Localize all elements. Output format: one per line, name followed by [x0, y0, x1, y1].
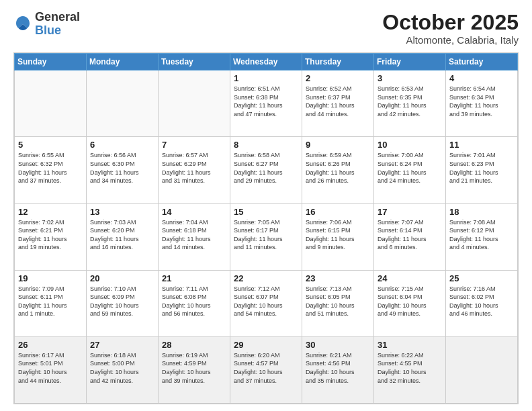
page: General Blue October 2025 Altomonte, Cal…	[0, 0, 532, 411]
col-monday: Monday	[87, 54, 159, 71]
day-info: Sunrise: 7:04 AM Sunset: 6:18 PM Dayligh…	[162, 218, 226, 252]
calendar-cell	[159, 71, 230, 137]
calendar-cell: 27Sunrise: 6:18 AM Sunset: 5:00 PM Dayli…	[87, 336, 159, 403]
calendar-cell: 14Sunrise: 7:04 AM Sunset: 6:18 PM Dayli…	[159, 203, 230, 270]
calendar-cell: 18Sunrise: 7:08 AM Sunset: 6:12 PM Dayli…	[446, 203, 518, 270]
day-info: Sunrise: 7:11 AM Sunset: 6:08 PM Dayligh…	[162, 285, 226, 318]
day-number: 8	[234, 140, 298, 150]
day-number: 21	[162, 273, 226, 283]
day-number: 14	[162, 207, 226, 217]
calendar-cell	[87, 71, 159, 137]
day-info: Sunrise: 6:54 AM Sunset: 6:34 PM Dayligh…	[449, 85, 514, 118]
day-info: Sunrise: 7:12 AM Sunset: 6:07 PM Dayligh…	[234, 285, 298, 318]
month-title: October 2025	[382, 11, 519, 34]
calendar-cell: 7Sunrise: 6:57 AM Sunset: 6:29 PM Daylig…	[159, 137, 230, 203]
calendar-cell: 5Sunrise: 6:55 AM Sunset: 6:32 PM Daylig…	[15, 137, 87, 203]
calendar-cell: 28Sunrise: 6:19 AM Sunset: 4:59 PM Dayli…	[159, 336, 230, 403]
day-info: Sunrise: 7:00 AM Sunset: 6:24 PM Dayligh…	[378, 151, 442, 185]
calendar-cell: 13Sunrise: 7:03 AM Sunset: 6:20 PM Dayli…	[87, 203, 159, 270]
day-number: 16	[306, 207, 370, 217]
calendar-week-3: 12Sunrise: 7:02 AM Sunset: 6:21 PM Dayli…	[15, 203, 518, 270]
calendar-cell	[446, 336, 518, 403]
calendar-body: 1Sunrise: 6:51 AM Sunset: 6:38 PM Daylig…	[15, 71, 518, 404]
calendar-cell: 31Sunrise: 6:22 AM Sunset: 4:55 PM Dayli…	[374, 336, 446, 403]
calendar-cell: 11Sunrise: 7:01 AM Sunset: 6:23 PM Dayli…	[446, 137, 518, 203]
day-number: 22	[234, 273, 298, 283]
calendar-cell: 30Sunrise: 6:21 AM Sunset: 4:56 PM Dayli…	[302, 336, 374, 403]
calendar-cell: 29Sunrise: 6:20 AM Sunset: 4:57 PM Dayli…	[230, 336, 302, 403]
day-info: Sunrise: 6:59 AM Sunset: 6:26 PM Dayligh…	[306, 151, 370, 185]
day-number: 18	[449, 207, 514, 217]
calendar-cell: 10Sunrise: 7:00 AM Sunset: 6:24 PM Dayli…	[374, 137, 446, 203]
day-number: 26	[18, 340, 83, 350]
logo-general: General	[35, 11, 80, 24]
day-number: 10	[378, 140, 442, 150]
calendar-week-2: 5Sunrise: 6:55 AM Sunset: 6:32 PM Daylig…	[15, 137, 518, 203]
calendar-cell: 16Sunrise: 7:06 AM Sunset: 6:15 PM Dayli…	[302, 203, 374, 270]
logo-icon	[13, 15, 32, 34]
calendar-week-4: 19Sunrise: 7:09 AM Sunset: 6:11 PM Dayli…	[15, 270, 518, 336]
calendar-cell: 26Sunrise: 6:17 AM Sunset: 5:01 PM Dayli…	[15, 336, 87, 403]
calendar-cell: 20Sunrise: 7:10 AM Sunset: 6:09 PM Dayli…	[87, 270, 159, 336]
calendar: Sunday Monday Tuesday Wednesday Thursday…	[13, 52, 519, 404]
col-wednesday: Wednesday	[230, 54, 302, 71]
calendar-cell: 19Sunrise: 7:09 AM Sunset: 6:11 PM Dayli…	[15, 270, 87, 336]
calendar-cell: 6Sunrise: 6:56 AM Sunset: 6:30 PM Daylig…	[87, 137, 159, 203]
calendar-cell: 22Sunrise: 7:12 AM Sunset: 6:07 PM Dayli…	[230, 270, 302, 336]
day-info: Sunrise: 6:19 AM Sunset: 4:59 PM Dayligh…	[162, 351, 226, 385]
day-info: Sunrise: 7:13 AM Sunset: 6:05 PM Dayligh…	[306, 285, 370, 318]
day-number: 13	[90, 207, 154, 217]
calendar-table: Sunday Monday Tuesday Wednesday Thursday…	[14, 53, 518, 404]
day-number: 25	[449, 273, 514, 283]
calendar-cell: 21Sunrise: 7:11 AM Sunset: 6:08 PM Dayli…	[159, 270, 230, 336]
calendar-cell: 24Sunrise: 7:15 AM Sunset: 6:04 PM Dayli…	[374, 270, 446, 336]
calendar-cell: 15Sunrise: 7:05 AM Sunset: 6:17 PM Dayli…	[230, 203, 302, 270]
calendar-cell: 9Sunrise: 6:59 AM Sunset: 6:26 PM Daylig…	[302, 137, 374, 203]
day-number: 11	[449, 140, 514, 150]
day-number: 9	[306, 140, 370, 150]
calendar-cell: 1Sunrise: 6:51 AM Sunset: 6:38 PM Daylig…	[230, 71, 302, 137]
day-info: Sunrise: 6:57 AM Sunset: 6:29 PM Dayligh…	[162, 151, 226, 185]
subtitle: Altomonte, Calabria, Italy	[382, 34, 519, 46]
day-number: 4	[449, 73, 514, 83]
day-info: Sunrise: 7:09 AM Sunset: 6:11 PM Dayligh…	[18, 285, 83, 318]
day-number: 17	[378, 207, 442, 217]
calendar-week-5: 26Sunrise: 6:17 AM Sunset: 5:01 PM Dayli…	[15, 336, 518, 403]
col-thursday: Thursday	[302, 54, 374, 71]
day-info: Sunrise: 6:55 AM Sunset: 6:32 PM Dayligh…	[18, 151, 83, 185]
calendar-cell: 3Sunrise: 6:53 AM Sunset: 6:35 PM Daylig…	[374, 71, 446, 137]
day-number: 28	[162, 340, 226, 350]
day-info: Sunrise: 6:56 AM Sunset: 6:30 PM Dayligh…	[90, 151, 154, 185]
col-sunday: Sunday	[15, 54, 87, 71]
day-number: 2	[306, 73, 370, 83]
calendar-cell	[15, 71, 87, 137]
day-info: Sunrise: 7:06 AM Sunset: 6:15 PM Dayligh…	[306, 218, 370, 252]
day-info: Sunrise: 7:08 AM Sunset: 6:12 PM Dayligh…	[449, 218, 514, 252]
calendar-cell: 2Sunrise: 6:52 AM Sunset: 6:37 PM Daylig…	[302, 71, 374, 137]
day-number: 31	[378, 340, 442, 350]
day-info: Sunrise: 7:05 AM Sunset: 6:17 PM Dayligh…	[234, 218, 298, 252]
day-number: 29	[234, 340, 298, 350]
day-info: Sunrise: 6:20 AM Sunset: 4:57 PM Dayligh…	[234, 351, 298, 385]
day-info: Sunrise: 7:16 AM Sunset: 6:02 PM Dayligh…	[449, 285, 514, 318]
day-number: 20	[90, 273, 154, 283]
calendar-week-1: 1Sunrise: 6:51 AM Sunset: 6:38 PM Daylig…	[15, 71, 518, 137]
title-area: October 2025 Altomonte, Calabria, Italy	[382, 11, 519, 46]
day-number: 24	[378, 273, 442, 283]
calendar-cell: 8Sunrise: 6:58 AM Sunset: 6:27 PM Daylig…	[230, 137, 302, 203]
col-tuesday: Tuesday	[159, 54, 230, 71]
day-number: 23	[306, 273, 370, 283]
col-saturday: Saturday	[446, 54, 518, 71]
day-number: 27	[90, 340, 154, 350]
header: General Blue October 2025 Altomonte, Cal…	[13, 11, 519, 46]
day-info: Sunrise: 6:22 AM Sunset: 4:55 PM Dayligh…	[378, 351, 442, 385]
logo-blue: Blue	[35, 24, 80, 38]
day-info: Sunrise: 6:17 AM Sunset: 5:01 PM Dayligh…	[18, 351, 83, 385]
day-info: Sunrise: 7:02 AM Sunset: 6:21 PM Dayligh…	[18, 218, 83, 252]
day-info: Sunrise: 7:10 AM Sunset: 6:09 PM Dayligh…	[90, 285, 154, 318]
day-number: 7	[162, 140, 226, 150]
day-number: 1	[234, 73, 298, 83]
day-info: Sunrise: 7:15 AM Sunset: 6:04 PM Dayligh…	[378, 285, 442, 318]
day-info: Sunrise: 6:18 AM Sunset: 5:00 PM Dayligh…	[90, 351, 154, 385]
day-info: Sunrise: 6:52 AM Sunset: 6:37 PM Dayligh…	[306, 85, 370, 118]
